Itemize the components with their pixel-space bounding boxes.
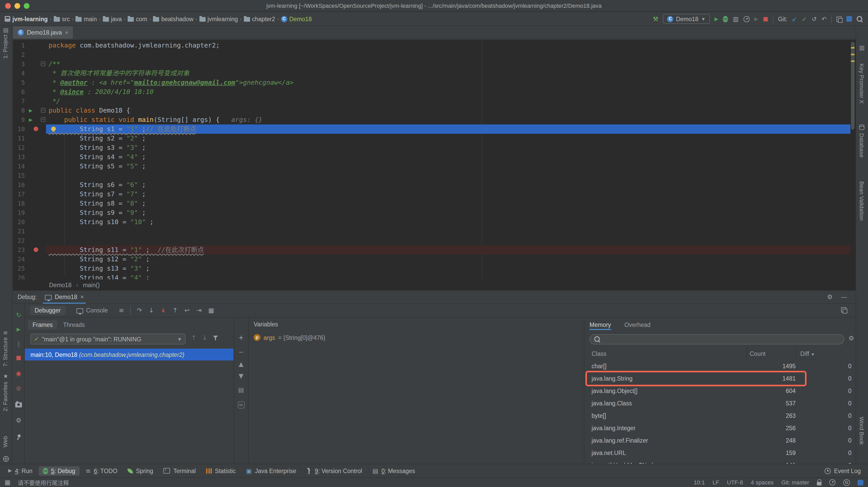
drop-frame-icon[interactable]: ↩	[184, 307, 190, 314]
debug-session-tab[interactable]: Demo18 ×	[43, 291, 86, 303]
remove-watch-icon[interactable]: −	[239, 349, 244, 355]
memory-row-byte[][interactable]: byte[]2630	[584, 410, 856, 422]
code-editor[interactable]: 123−45678▶−9▶−10111213141516171819202122…	[13, 40, 856, 280]
maximize-window-button[interactable]	[24, 3, 29, 9]
tool-window-button-Spring[interactable]: Spring	[123, 466, 157, 475]
search-everywhere-icon[interactable]	[857, 16, 863, 22]
code-line-5[interactable]: * @author : <a href="mailto:gnehcgnaw@gm…	[46, 78, 850, 87]
warning-stripe-mark[interactable]	[851, 54, 855, 55]
column-class[interactable]: Class	[584, 350, 747, 357]
code-line-1[interactable]: package com.beatshadow.jvmlearning.chapt…	[46, 41, 850, 50]
tool-window-button-Java Enterprise[interactable]: ▣Java Enterprise	[242, 466, 301, 475]
settings-icon[interactable]: ⚙	[16, 417, 22, 423]
memory-row-java.net.URL[interactable]: java.net.URL1590	[584, 447, 856, 459]
breakpoint-icon[interactable]	[34, 127, 38, 131]
force-step-into-icon[interactable]: ↡	[161, 307, 166, 314]
evaluate-expression-icon[interactable]: ▦	[208, 307, 214, 314]
tool-window-button-9: Version Control[interactable]: 9: Version Control	[303, 466, 366, 475]
tab-threads[interactable]: Threads	[58, 320, 89, 329]
breakpoint-icon[interactable]	[34, 248, 38, 252]
code-line-26[interactable]: String s14 = "4" ;	[46, 273, 850, 280]
code-line-23[interactable]: String s11 = "1" ; //在此次打断点	[46, 245, 850, 255]
run-gutter-icon[interactable]: ▶	[29, 117, 33, 123]
status-widget-icon[interactable]	[858, 480, 863, 485]
debug-icon[interactable]	[723, 16, 728, 22]
column-diff[interactable]: Diff ▼	[796, 347, 856, 360]
stripe-button-Web[interactable]: Web	[2, 436, 8, 448]
memory-row-java.lang.Object[][interactable]: java.lang.Object[]6040	[584, 385, 856, 397]
rerun-icon[interactable]: ↻	[16, 312, 21, 318]
code-line-14[interactable]: String s5 = "5" ;	[46, 162, 850, 171]
tool-window-button-Terminal[interactable]: Terminal	[159, 466, 200, 475]
indent-widget[interactable]: 4 spaces	[751, 479, 773, 485]
scroll-down-icon[interactable]: ▼	[239, 373, 243, 379]
run-to-cursor-icon[interactable]: ⇥	[196, 307, 202, 314]
stripe-button-7: Structure[interactable]: 7: Structure	[2, 337, 8, 367]
move-down-icon[interactable]: ↓	[202, 335, 207, 341]
stack-frame-row[interactable]: main:10, Demo18 (com.beatshadow.jvmlearn…	[25, 349, 234, 360]
code-line-20[interactable]: String s10 = "10" ;	[46, 218, 850, 227]
tool-window-button-Statistic[interactable]: Statistic	[202, 466, 240, 475]
resume-icon[interactable]: ▶	[17, 327, 21, 332]
breadcrumb-method[interactable]: main()	[83, 282, 100, 288]
memory-row-java.lang.ref.Finalizer[interactable]: java.lang.ref.Finalizer2480	[584, 434, 856, 447]
hide-tool-window-icon[interactable]: —	[841, 294, 847, 300]
fold-marker-icon[interactable]: −	[41, 61, 45, 66]
code-line-3[interactable]: /**	[46, 59, 850, 69]
tab-console[interactable]: Console	[71, 306, 113, 315]
maven-icon[interactable]: ▥	[859, 45, 865, 51]
build-project-icon[interactable]: ⚒	[653, 16, 658, 22]
lock-icon[interactable]	[817, 482, 822, 485]
memory-row-java.lang.String[interactable]: java.lang.String14810	[584, 372, 856, 385]
minimize-window-button[interactable]	[14, 3, 20, 9]
code-line-6[interactable]: * @since : 2020/4/10 18:10	[46, 87, 850, 97]
column-count[interactable]: Count	[747, 347, 796, 360]
code-line-13[interactable]: String s4 = "4" ;	[46, 152, 850, 162]
breadcrumb-item[interactable]: com	[126, 16, 149, 22]
warning-stripe-mark[interactable]	[851, 47, 855, 48]
memory-row-char[][interactable]: char[]14950	[584, 360, 856, 372]
close-tab-icon[interactable]: ×	[65, 29, 68, 36]
code-line-7[interactable]: */	[46, 97, 850, 106]
layout-icon[interactable]: ≡	[119, 307, 124, 314]
code-line-24[interactable]: String s12 = "2" ;	[46, 255, 850, 264]
run-with-profiler-icon[interactable]: ▶	[754, 16, 758, 22]
code-line-12[interactable]: String s3 = "3" ;	[46, 143, 850, 152]
step-over-icon[interactable]: ↷	[137, 307, 142, 314]
fold-marker-icon[interactable]: −	[41, 108, 45, 112]
tool-window-button-4: Run[interactable]: ▶4: Run	[4, 466, 37, 475]
tab-memory[interactable]: Memory	[590, 319, 611, 330]
code-line-22[interactable]	[46, 236, 850, 245]
run-icon[interactable]: ▶	[714, 16, 718, 22]
tab-debugger[interactable]: Debugger	[30, 306, 65, 315]
commit-icon[interactable]: ✓	[802, 16, 807, 22]
memory-row-java.lang.Integer[interactable]: java.lang.Integer2560	[584, 422, 856, 434]
view-breakpoints-icon[interactable]: ◉	[16, 370, 22, 377]
memory-table-header[interactable]: Class Count Diff ▼	[584, 348, 856, 360]
memory-row-java.util.HashMap$Node[interactable]: java.util.HashMap$Node1410	[584, 459, 856, 464]
code-line-4[interactable]: * 首次使用才将常量池中的字符串符号变成对象	[46, 69, 850, 78]
code-line-15[interactable]	[46, 171, 850, 180]
stripe-button-Bean Validation[interactable]: Bean Validation	[859, 181, 865, 221]
tab-frames[interactable]: Frames	[28, 320, 57, 329]
code-line-18[interactable]: String s8 = "8" ;	[46, 199, 850, 208]
move-up-icon[interactable]: ↑	[191, 335, 196, 341]
tool-window-button-5: Debug[interactable]: 5: Debug	[39, 466, 79, 475]
breadcrumb-item[interactable]: jvm-learning	[3, 16, 49, 22]
settings-gear-icon[interactable]: ⚙	[827, 294, 833, 300]
thread-selector[interactable]: ✓ "main"@1 in group "main": RUNNING ▼	[30, 334, 185, 345]
add-watch-icon[interactable]: +	[239, 335, 244, 341]
run-configuration-combo[interactable]: C Demo18 ▼	[663, 14, 710, 24]
code-line-21[interactable]	[46, 227, 850, 236]
duplicate-icon[interactable]: ▤	[238, 387, 244, 393]
breadcrumb-item[interactable]: src	[52, 16, 71, 22]
breadcrumb-item[interactable]: chapter2	[242, 16, 277, 22]
web-globe-icon[interactable]	[3, 456, 9, 462]
step-out-icon[interactable]: ↑	[173, 307, 178, 314]
warning-stripe-mark[interactable]	[851, 60, 855, 62]
plugin-widget-icon[interactable]	[846, 16, 852, 22]
breadcrumb-item[interactable]: main	[74, 16, 98, 22]
pause-icon[interactable]: ∥	[17, 341, 20, 347]
tool-window-button-6: TODO[interactable]: ≡6: TODO	[82, 466, 121, 475]
memory-row-java.lang.Class[interactable]: java.lang.Class5370	[584, 397, 856, 410]
